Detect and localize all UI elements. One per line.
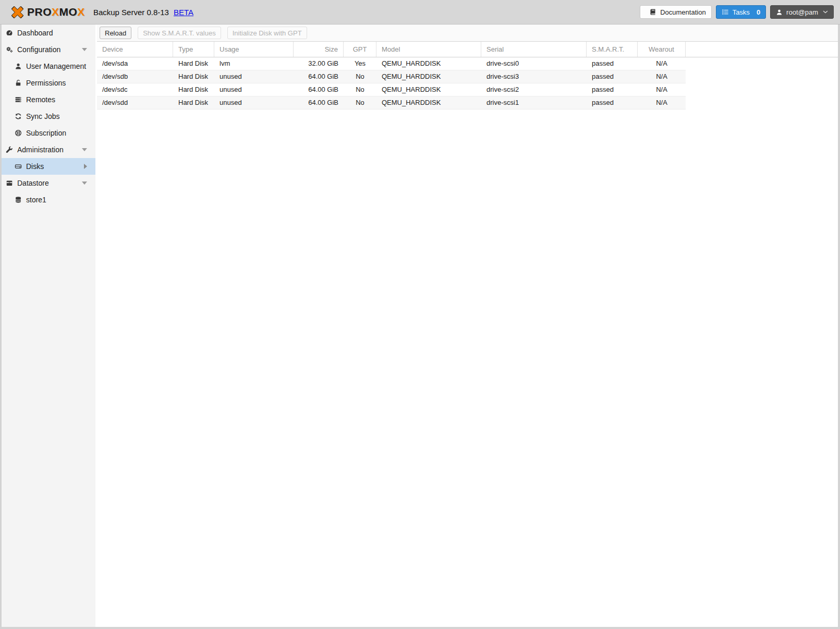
- disks-toolbar: Reload Show S.M.A.R.T. values Initialize…: [97, 25, 838, 42]
- cell-device: /dev/sdd: [97, 96, 173, 109]
- column-header-device[interactable]: Device: [97, 42, 173, 57]
- column-header-usage[interactable]: Usage: [214, 42, 294, 57]
- cell-device: /dev/sda: [97, 57, 173, 70]
- column-header-type[interactable]: Type: [173, 42, 214, 57]
- sidebar-item-administration[interactable]: Administration: [2, 141, 95, 158]
- column-header-model[interactable]: Model: [376, 42, 481, 57]
- server-icon: [14, 96, 22, 103]
- cell-type: Hard Disk: [173, 70, 214, 83]
- task-list-icon: [722, 8, 729, 16]
- cell-model: QEMU_HARDDISK: [376, 96, 481, 109]
- cell-wearout: N/A: [638, 70, 686, 83]
- initialize-gpt-button[interactable]: Initialize Disk with GPT: [227, 27, 307, 39]
- cell-size: 64.00 GiB: [294, 96, 344, 109]
- cell-type: Hard Disk: [173, 96, 214, 109]
- beta-link[interactable]: BETA: [174, 8, 193, 17]
- cell-wearout: N/A: [638, 57, 686, 70]
- chevron-down-icon: [823, 10, 828, 14]
- cell-usage: unused: [214, 96, 294, 109]
- cell-size: 64.00 GiB: [294, 70, 344, 83]
- dashboard-icon: [5, 29, 13, 37]
- sidebar-item-store1[interactable]: store1: [2, 191, 95, 208]
- wrench-icon: [5, 146, 13, 153]
- column-header-filler: [686, 42, 838, 57]
- table-header-row: Device Type Usage Size GPT Model Serial …: [97, 42, 838, 57]
- cell-model: QEMU_HARDDISK: [376, 70, 481, 83]
- content-panel: Reload Show S.M.A.R.T. values Initialize…: [97, 25, 838, 627]
- cell-smart: passed: [587, 57, 638, 70]
- cell-wearout: N/A: [638, 83, 686, 96]
- sidebar: Dashboard Configuration: [2, 25, 95, 627]
- cell-serial: drive-scsi0: [481, 57, 587, 70]
- cell-wearout: N/A: [638, 96, 686, 109]
- column-header-wearout[interactable]: Wearout: [638, 42, 686, 57]
- user-icon: [776, 9, 783, 16]
- cell-usage: lvm: [214, 57, 294, 70]
- sidebar-item-remotes[interactable]: Remotes: [2, 91, 95, 108]
- table-row[interactable]: /dev/sdb Hard Disk unused 64.00 GiB No Q…: [97, 70, 686, 83]
- cell-device: /dev/sdc: [97, 83, 173, 96]
- cell-smart: passed: [587, 70, 638, 83]
- cell-type: Hard Disk: [173, 83, 214, 96]
- sidebar-item-permissions[interactable]: Permissions: [2, 75, 95, 91]
- sidebar-item-subscription[interactable]: Subscription: [2, 125, 95, 141]
- sidebar-item-sync-jobs[interactable]: Sync Jobs: [2, 108, 95, 125]
- sidebar-item-user-management[interactable]: User Management: [2, 58, 95, 75]
- chevron-down-icon[interactable]: [82, 48, 87, 51]
- page-title: Backup Server 0.8-13: [93, 8, 169, 17]
- column-header-gpt[interactable]: GPT: [344, 42, 376, 57]
- support-ring-icon: [14, 129, 22, 137]
- cell-serial: drive-scsi1: [481, 96, 587, 109]
- reload-button[interactable]: Reload: [100, 27, 131, 39]
- cell-smart: passed: [587, 96, 638, 109]
- unlock-icon: [14, 79, 22, 87]
- show-smart-values-button[interactable]: Show S.M.A.R.T. values: [138, 27, 221, 39]
- sidebar-item-datastore[interactable]: Datastore: [2, 175, 95, 191]
- gears-icon: [5, 46, 13, 53]
- main-layout: Dashboard Configuration: [2, 25, 838, 627]
- cell-gpt: Yes: [344, 57, 376, 70]
- cell-model: QEMU_HARDDISK: [376, 57, 481, 70]
- database-icon: [14, 196, 22, 203]
- cell-gpt: No: [344, 96, 376, 109]
- proxmox-logo: PROXMOX: [10, 5, 85, 19]
- tasks-button[interactable]: Tasks 0: [716, 5, 766, 19]
- cell-gpt: No: [344, 83, 376, 96]
- app-header: PROXMOX Backup Server 0.8-13 BETA Docume…: [0, 0, 840, 25]
- sidebar-item-configuration[interactable]: Configuration: [2, 41, 95, 58]
- proxmox-logo-text: PROXMOX: [27, 6, 85, 18]
- table-row[interactable]: /dev/sdd Hard Disk unused 64.00 GiB No Q…: [97, 96, 686, 110]
- tasks-count-badge: 0: [757, 8, 760, 16]
- user-menu-button[interactable]: root@pam: [770, 5, 834, 19]
- cell-size: 64.00 GiB: [294, 83, 344, 96]
- cell-smart: passed: [587, 83, 638, 96]
- user-icon: [14, 63, 22, 70]
- cell-gpt: No: [344, 70, 376, 83]
- sidebar-item-disks[interactable]: Disks: [2, 158, 95, 175]
- cell-device: /dev/sdb: [97, 70, 173, 83]
- table-row[interactable]: /dev/sda Hard Disk lvm 32.00 GiB Yes QEM…: [97, 57, 686, 70]
- column-header-smart[interactable]: S.M.A.R.T.: [587, 42, 638, 57]
- cell-usage: unused: [214, 70, 294, 83]
- cell-serial: drive-scsi2: [481, 83, 587, 96]
- chevron-right-icon[interactable]: [84, 164, 87, 169]
- cell-size: 32.00 GiB: [294, 57, 344, 70]
- book-icon: [649, 8, 656, 16]
- cell-usage: unused: [214, 83, 294, 96]
- documentation-button[interactable]: Documentation: [640, 5, 711, 19]
- cell-serial: drive-scsi3: [481, 70, 587, 83]
- hdd-icon: [14, 163, 22, 170]
- column-header-size[interactable]: Size: [294, 42, 344, 57]
- sidebar-item-dashboard[interactable]: Dashboard: [2, 25, 95, 41]
- column-header-serial[interactable]: Serial: [481, 42, 587, 57]
- refresh-icon: [14, 113, 22, 120]
- table-row[interactable]: /dev/sdc Hard Disk unused 64.00 GiB No Q…: [97, 83, 686, 96]
- chevron-down-icon[interactable]: [82, 148, 87, 151]
- archive-icon: [5, 179, 13, 187]
- proxmox-x-icon: [10, 5, 25, 19]
- cell-type: Hard Disk: [173, 57, 214, 70]
- cell-model: QEMU_HARDDISK: [376, 83, 481, 96]
- chevron-down-icon[interactable]: [82, 182, 87, 185]
